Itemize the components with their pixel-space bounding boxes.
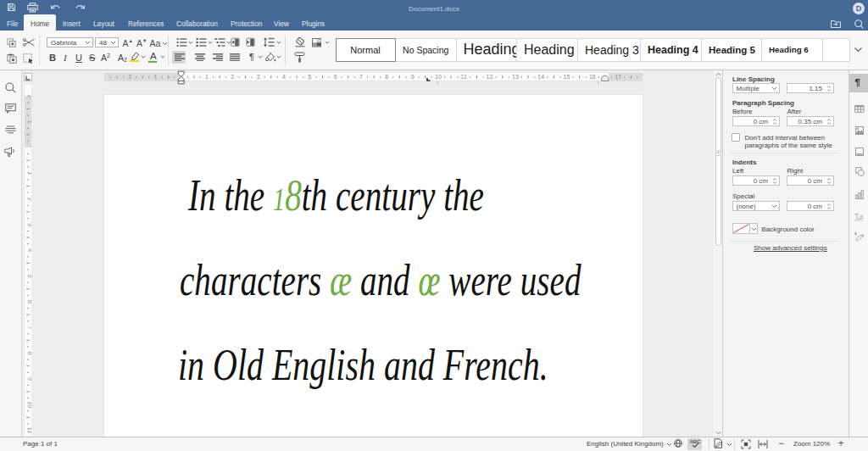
svg-text:13: 13 [512, 74, 519, 80]
svg-text:2: 2 [27, 94, 32, 97]
svg-text:2: 2 [27, 197, 32, 200]
svg-text:8: 8 [385, 74, 388, 80]
svg-text:10: 10 [435, 74, 442, 80]
svg-text:14: 14 [537, 74, 544, 80]
svg-text:1: 1 [27, 120, 32, 123]
svg-text:6: 6 [333, 74, 337, 80]
svg-text:6: 6 [27, 299, 32, 303]
svg-text:1: 1 [153, 74, 157, 80]
svg-text:8: 8 [27, 351, 32, 354]
svg-text:1: 1 [27, 171, 32, 175]
svg-text:7: 7 [27, 326, 32, 329]
svg-text:12: 12 [486, 74, 492, 80]
svg-text:2: 2 [231, 74, 234, 80]
svg-text:9: 9 [27, 376, 32, 380]
svg-text:4: 4 [282, 74, 286, 80]
svg-text:2: 2 [128, 74, 131, 80]
svg-text:10: 10 [27, 401, 32, 408]
svg-text:11: 11 [460, 74, 466, 80]
svg-text:9: 9 [410, 74, 414, 80]
svg-text:1: 1 [205, 74, 209, 80]
svg-text:5: 5 [308, 74, 311, 80]
svg-text:17: 17 [615, 74, 621, 80]
svg-text:3: 3 [256, 74, 259, 80]
svg-text:4: 4 [27, 248, 32, 252]
svg-text:3: 3 [27, 223, 32, 226]
svg-text:16: 16 [588, 74, 595, 80]
svg-text:15: 15 [563, 74, 570, 80]
svg-text:7: 7 [359, 74, 362, 80]
svg-text:11: 11 [27, 426, 32, 432]
svg-text:5: 5 [27, 274, 32, 277]
